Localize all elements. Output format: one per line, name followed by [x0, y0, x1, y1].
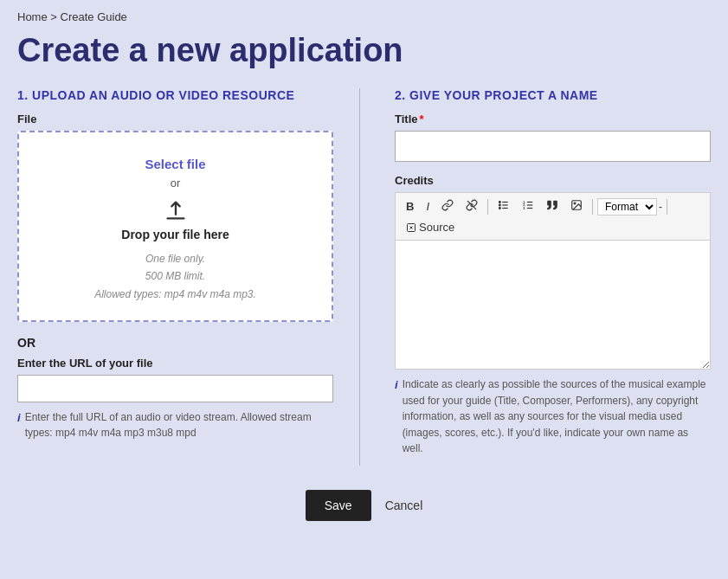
hint-size: 500 MB limit. [145, 270, 205, 282]
title-input[interactable] [395, 131, 711, 162]
page-title: Create a new application [17, 32, 711, 69]
url-input[interactable] [17, 375, 333, 402]
file-drop-area[interactable]: Select file or Drop your file here One f… [17, 131, 333, 322]
bottom-actions: Save Cancel [17, 490, 711, 521]
section2-number: 2. [395, 88, 406, 102]
toolbar-source[interactable]: Source [401, 218, 460, 236]
cancel-link[interactable]: Cancel [385, 499, 423, 512]
left-column: 1. UPLOAD AN AUDIO OR VIDEO RESOURCE Fil… [17, 88, 360, 466]
url-label: Enter the URL of your file [17, 357, 333, 370]
select-file-label[interactable]: Select file [36, 157, 314, 171]
credits-info-block: i Indicate as clearly as possible the so… [395, 376, 711, 457]
svg-point-6 [499, 204, 500, 206]
toolbar-link[interactable] [436, 196, 459, 216]
svg-point-15 [574, 203, 576, 204]
section2-heading: 2. GIVE YOUR PROJECT A NAME [395, 88, 711, 102]
toolbar-sep1 [487, 199, 488, 215]
title-label: Title* [395, 113, 711, 125]
toolbar-format-arrow: - [659, 201, 662, 213]
info-icon: i [17, 409, 21, 427]
credits-info-text: Indicate as clearly as possible the sour… [403, 376, 711, 457]
save-button[interactable]: Save [306, 490, 371, 521]
toolbar-sep2 [592, 199, 593, 215]
file-hints: One file only. 500 MB limit. Allowed typ… [36, 250, 314, 303]
credits-info-icon: i [395, 376, 398, 394]
toolbar-sep3 [667, 199, 667, 215]
right-column: 2. GIVE YOUR PROJECT A NAME Title* Credi… [386, 88, 711, 466]
or-text: or [36, 177, 314, 190]
credits-toolbar: B I 1.2.3. [395, 192, 711, 240]
toolbar-unordered-list[interactable] [493, 196, 515, 216]
breadcrumb-home[interactable]: Home [17, 10, 48, 23]
section1-heading: 1. UPLOAD AN AUDIO OR VIDEO RESOURCE [17, 88, 333, 102]
toolbar-italic[interactable]: I [421, 197, 435, 216]
toolbar-ordered-list[interactable]: 1.2.3. [517, 196, 539, 216]
svg-point-5 [499, 202, 500, 203]
section1-number: 1. [17, 88, 29, 102]
toolbar-unlink[interactable] [461, 196, 483, 216]
drop-label: Drop your file here [36, 228, 314, 241]
svg-line-1 [467, 201, 475, 209]
hint-one-file: One file only. [145, 253, 205, 265]
or-divider: OR [17, 336, 333, 350]
url-info-block: i Enter the full URL of an audio or vide… [17, 409, 333, 441]
section1-title: UPLOAD AN AUDIO OR VIDEO RESOURCE [32, 88, 294, 102]
required-star: * [420, 113, 424, 125]
section2-title: GIVE YOUR PROJECT A NAME [409, 88, 598, 102]
toolbar-format-select[interactable]: Format [597, 198, 657, 216]
breadcrumb-current: Create Guide [61, 10, 127, 23]
credits-section: Credits B I 1.2.3. [395, 174, 711, 457]
toolbar-bold[interactable]: B [401, 197, 419, 216]
breadcrumb: Home > Create Guide [17, 10, 711, 23]
toolbar-blockquote[interactable] [541, 196, 564, 216]
toolbar-image[interactable] [565, 196, 588, 216]
credits-label: Credits [395, 174, 711, 187]
svg-point-7 [499, 208, 500, 209]
file-label: File [17, 113, 333, 125]
breadcrumb-separator: > [50, 10, 57, 23]
credits-editor[interactable] [395, 240, 711, 370]
url-info-text: Enter the full URL of an audio or video … [25, 409, 333, 441]
upload-icon [164, 198, 188, 222]
hint-types: Allowed types: mp4 m4v m4a mp3. [94, 288, 256, 300]
toolbar-source-label: Source [419, 221, 454, 234]
svg-text:3.: 3. [523, 207, 525, 210]
